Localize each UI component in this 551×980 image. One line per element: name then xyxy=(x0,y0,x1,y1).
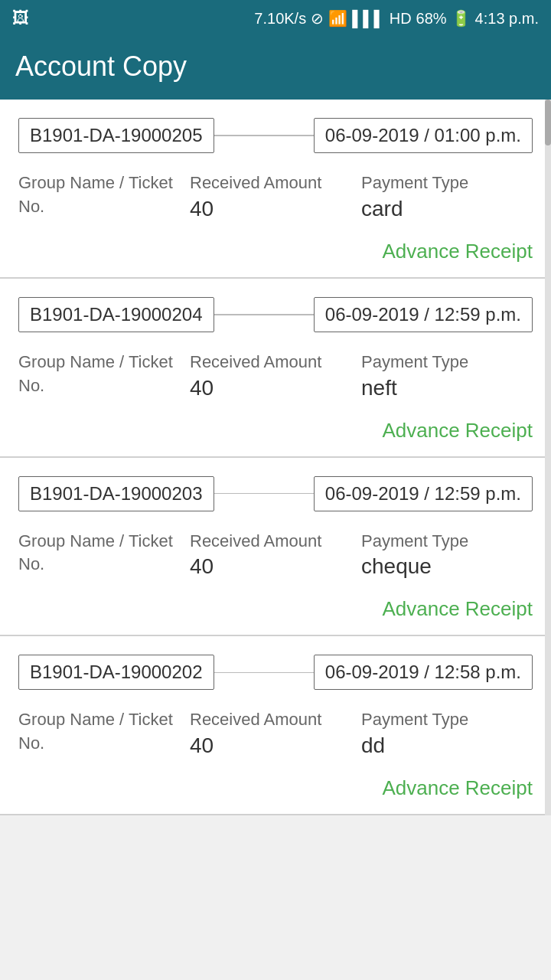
payment-type-value-0: card xyxy=(361,197,533,221)
received-amount-value-3: 40 xyxy=(190,733,361,758)
advance-receipt-row-3: Advance Receipt xyxy=(18,767,533,814)
payment-type-label-0: Payment Type xyxy=(361,172,533,195)
received-amount-label-1: Received Amount xyxy=(190,351,361,374)
transaction-id-0: B1901-DA-19000205 xyxy=(18,118,214,153)
hd-icon: HD xyxy=(390,10,412,28)
header-line-0 xyxy=(214,135,314,136)
page-title: Account Copy xyxy=(15,51,536,83)
transaction-header-2: B1901-DA-19000203 06-09-2019 / 12:59 p.m… xyxy=(18,476,533,511)
transaction-id-3: B1901-DA-19000202 xyxy=(18,655,214,690)
transaction-header-0: B1901-DA-19000205 06-09-2019 / 01:00 p.m… xyxy=(18,118,533,153)
transaction-card-3: B1901-DA-19000202 06-09-2019 / 12:58 p.m… xyxy=(0,636,551,815)
received-amount-label-3: Received Amount xyxy=(190,708,361,732)
group-label-2: Group Name / Ticket No. xyxy=(18,530,190,577)
received-amount-value-1: 40 xyxy=(190,376,361,400)
wifi-icon: 📶 xyxy=(328,9,347,28)
group-label-3: Group Name / Ticket No. xyxy=(18,708,190,756)
status-bar-left: 🖼 xyxy=(12,8,29,28)
received-amount-label-2: Received Amount xyxy=(190,530,361,554)
transaction-id-2: B1901-DA-19000203 xyxy=(18,476,214,511)
battery-icon: 🔋 xyxy=(452,9,471,28)
group-col-0: Group Name / Ticket No. xyxy=(18,172,190,221)
received-amount-label-0: Received Amount xyxy=(190,172,361,195)
payment-type-label-3: Payment Type xyxy=(361,708,533,732)
battery-level: 68% xyxy=(416,10,447,28)
advance-receipt-button-2[interactable]: Advance Receipt xyxy=(382,597,533,621)
transaction-date-2: 06-09-2019 / 12:59 p.m. xyxy=(314,476,533,511)
transaction-date-3: 06-09-2019 / 12:58 p.m. xyxy=(314,655,533,690)
group-label-0: Group Name / Ticket No. xyxy=(18,172,190,219)
advance-receipt-row-1: Advance Receipt xyxy=(18,410,533,456)
header-line-3 xyxy=(214,672,314,674)
app-header: Account Copy xyxy=(0,37,551,100)
transaction-id-1: B1901-DA-19000204 xyxy=(18,297,214,332)
received-amount-value-0: 40 xyxy=(190,197,361,221)
speed-indicator: 7.10K/s xyxy=(254,10,306,28)
advance-receipt-row-2: Advance Receipt xyxy=(18,588,533,635)
payment-type-label-2: Payment Type xyxy=(361,530,533,554)
transactions-list: B1901-DA-19000205 06-09-2019 / 01:00 p.m… xyxy=(0,100,551,815)
no-sim-icon: ⊘ xyxy=(311,9,324,28)
transaction-details-0: Group Name / Ticket No. Received Amount … xyxy=(18,172,533,221)
received-col-1: Received Amount 40 xyxy=(190,351,361,400)
transaction-details-2: Group Name / Ticket No. Received Amount … xyxy=(18,530,533,580)
payment-col-2: Payment Type cheque xyxy=(361,530,533,580)
transaction-details-3: Group Name / Ticket No. Received Amount … xyxy=(18,708,533,758)
group-col-3: Group Name / Ticket No. xyxy=(18,708,190,758)
photo-icon: 🖼 xyxy=(12,8,29,28)
received-amount-value-2: 40 xyxy=(190,554,361,579)
header-line-1 xyxy=(214,314,314,315)
payment-type-label-1: Payment Type xyxy=(361,351,533,374)
scrollbar-track[interactable] xyxy=(545,100,551,815)
advance-receipt-button-1[interactable]: Advance Receipt xyxy=(382,419,533,443)
header-line-2 xyxy=(214,493,314,495)
payment-col-1: Payment Type neft xyxy=(361,351,533,400)
transaction-header-3: B1901-DA-19000202 06-09-2019 / 12:58 p.m… xyxy=(18,655,533,690)
group-col-2: Group Name / Ticket No. xyxy=(18,530,190,580)
signal-icon: ▌▌▌ xyxy=(352,10,385,28)
content-area: B1901-DA-19000205 06-09-2019 / 01:00 p.m… xyxy=(0,100,551,815)
scrollbar-thumb[interactable] xyxy=(545,100,551,145)
transaction-details-1: Group Name / Ticket No. Received Amount … xyxy=(18,351,533,400)
transaction-card-0: B1901-DA-19000205 06-09-2019 / 01:00 p.m… xyxy=(0,100,551,279)
group-col-1: Group Name / Ticket No. xyxy=(18,351,190,400)
payment-type-value-2: cheque xyxy=(361,554,533,579)
transaction-header-1: B1901-DA-19000204 06-09-2019 / 12:59 p.m… xyxy=(18,297,533,332)
group-label-1: Group Name / Ticket No. xyxy=(18,351,190,398)
received-col-3: Received Amount 40 xyxy=(190,708,361,758)
transaction-date-1: 06-09-2019 / 12:59 p.m. xyxy=(314,297,533,332)
payment-col-3: Payment Type dd xyxy=(361,708,533,758)
received-col-0: Received Amount 40 xyxy=(190,172,361,221)
transaction-card-1: B1901-DA-19000204 06-09-2019 / 12:59 p.m… xyxy=(0,279,551,458)
advance-receipt-button-0[interactable]: Advance Receipt xyxy=(382,240,533,263)
transaction-date-0: 06-09-2019 / 01:00 p.m. xyxy=(314,118,533,153)
advance-receipt-button-3[interactable]: Advance Receipt xyxy=(382,776,533,800)
received-col-2: Received Amount 40 xyxy=(190,530,361,580)
advance-receipt-row-0: Advance Receipt xyxy=(18,230,533,277)
payment-type-value-3: dd xyxy=(361,733,533,758)
status-bar: 🖼 7.10K/s ⊘ 📶 ▌▌▌ HD 68% 🔋 4:13 p.m. xyxy=(0,0,551,37)
status-bar-right: 7.10K/s ⊘ 📶 ▌▌▌ HD 68% 🔋 4:13 p.m. xyxy=(254,9,539,28)
payment-type-value-1: neft xyxy=(361,376,533,400)
transaction-card-2: B1901-DA-19000203 06-09-2019 / 12:59 p.m… xyxy=(0,458,551,637)
payment-col-0: Payment Type card xyxy=(361,172,533,221)
clock: 4:13 p.m. xyxy=(475,10,539,28)
